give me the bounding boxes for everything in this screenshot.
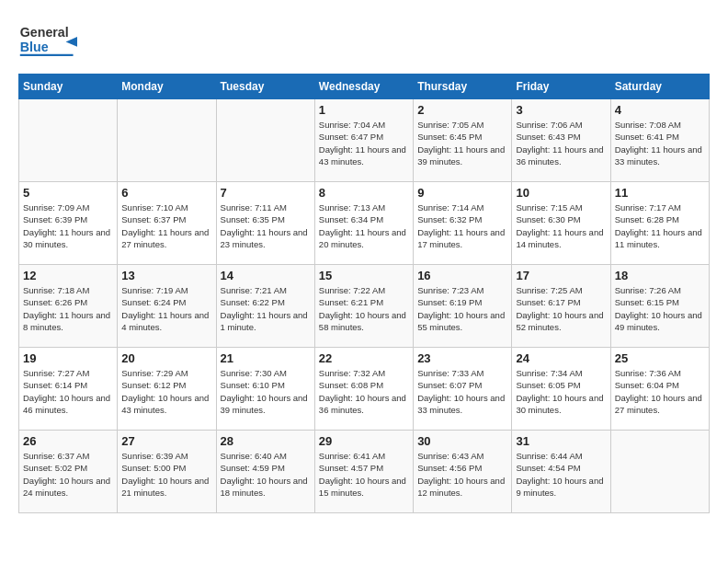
weekday-header-monday: Monday: [118, 75, 216, 99]
day-info: Sunrise: 7:04 AM Sunset: 6:47 PM Dayligh…: [319, 119, 409, 167]
day-info: Sunrise: 7:09 AM Sunset: 6:39 PM Dayligh…: [23, 201, 113, 250]
calendar-cell: 17Sunrise: 7:25 AM Sunset: 6:17 PM Dayli…: [512, 265, 610, 348]
day-info: Sunrise: 7:15 AM Sunset: 6:30 PM Dayligh…: [516, 201, 606, 250]
calendar-cell: 9Sunrise: 7:14 AM Sunset: 6:32 PM Daylig…: [414, 182, 512, 265]
calendar-cell: 11Sunrise: 7:17 AM Sunset: 6:28 PM Dayli…: [610, 182, 709, 265]
day-info: Sunrise: 7:05 AM Sunset: 6:45 PM Dayligh…: [417, 119, 507, 167]
day-info: Sunrise: 7:18 AM Sunset: 6:26 PM Dayligh…: [23, 284, 113, 333]
day-number: 1: [319, 103, 409, 117]
calendar-cell: 29Sunrise: 6:41 AM Sunset: 4:57 PM Dayli…: [314, 431, 413, 513]
calendar-cell: 26Sunrise: 6:37 AM Sunset: 5:02 PM Dayli…: [19, 431, 118, 513]
calendar-week-5: 26Sunrise: 6:37 AM Sunset: 5:02 PM Dayli…: [19, 431, 710, 513]
day-info: Sunrise: 7:29 AM Sunset: 6:12 PM Dayligh…: [121, 367, 211, 416]
calendar-cell: 31Sunrise: 6:44 AM Sunset: 4:54 PM Dayli…: [512, 431, 610, 513]
day-number: 28: [221, 434, 311, 448]
calendar-cell: 16Sunrise: 7:23 AM Sunset: 6:19 PM Dayli…: [414, 265, 512, 348]
day-number: 11: [615, 186, 705, 200]
day-info: Sunrise: 7:23 AM Sunset: 6:19 PM Dayligh…: [417, 284, 507, 333]
day-number: 20: [121, 351, 211, 365]
svg-rect-3: [20, 54, 74, 56]
weekday-header-wednesday: Wednesday: [314, 75, 413, 99]
calendar-cell: 4Sunrise: 7:08 AM Sunset: 6:41 PM Daylig…: [610, 99, 709, 182]
calendar-cell: 8Sunrise: 7:13 AM Sunset: 6:34 PM Daylig…: [314, 182, 413, 265]
calendar-cell: 6Sunrise: 7:10 AM Sunset: 6:37 PM Daylig…: [118, 182, 216, 265]
day-number: 10: [516, 186, 606, 200]
day-number: 2: [417, 103, 507, 117]
day-info: Sunrise: 7:14 AM Sunset: 6:32 PM Dayligh…: [417, 201, 507, 250]
calendar-cell: 3Sunrise: 7:06 AM Sunset: 6:43 PM Daylig…: [512, 99, 610, 182]
day-info: Sunrise: 7:21 AM Sunset: 6:22 PM Dayligh…: [221, 284, 311, 333]
svg-text:Blue: Blue: [20, 40, 49, 54]
weekday-header-sunday: Sunday: [19, 75, 118, 99]
day-number: 9: [417, 186, 507, 200]
day-info: Sunrise: 6:43 AM Sunset: 4:56 PM Dayligh…: [417, 450, 507, 499]
calendar-table: SundayMondayTuesdayWednesdayThursdayFrid…: [18, 74, 710, 513]
weekday-header-thursday: Thursday: [414, 75, 512, 99]
day-number: 25: [615, 351, 705, 365]
day-number: 8: [319, 186, 409, 200]
calendar-cell: 5Sunrise: 7:09 AM Sunset: 6:39 PM Daylig…: [19, 182, 118, 265]
day-info: Sunrise: 7:06 AM Sunset: 6:43 PM Dayligh…: [516, 119, 606, 167]
day-info: Sunrise: 6:37 AM Sunset: 5:02 PM Dayligh…: [23, 450, 113, 499]
day-number: 19: [23, 351, 113, 365]
calendar-cell: [19, 99, 118, 182]
calendar-cell: 18Sunrise: 7:26 AM Sunset: 6:15 PM Dayli…: [610, 265, 709, 348]
day-info: Sunrise: 7:30 AM Sunset: 6:10 PM Dayligh…: [221, 367, 311, 416]
day-info: Sunrise: 7:32 AM Sunset: 6:08 PM Dayligh…: [319, 367, 409, 416]
calendar-cell: 12Sunrise: 7:18 AM Sunset: 6:26 PM Dayli…: [19, 265, 118, 348]
day-info: Sunrise: 7:33 AM Sunset: 6:07 PM Dayligh…: [417, 367, 507, 416]
day-info: Sunrise: 7:13 AM Sunset: 6:34 PM Dayligh…: [319, 201, 409, 250]
day-info: Sunrise: 6:40 AM Sunset: 4:59 PM Dayligh…: [221, 450, 311, 499]
day-info: Sunrise: 7:17 AM Sunset: 6:28 PM Dayligh…: [615, 201, 705, 250]
calendar-cell: 15Sunrise: 7:22 AM Sunset: 6:21 PM Dayli…: [314, 265, 413, 348]
calendar-cell: 25Sunrise: 7:36 AM Sunset: 6:04 PM Dayli…: [610, 348, 709, 431]
calendar-cell: [118, 99, 216, 182]
calendar-cell: 20Sunrise: 7:29 AM Sunset: 6:12 PM Dayli…: [118, 348, 216, 431]
day-number: 16: [417, 269, 507, 282]
calendar-cell: 1Sunrise: 7:04 AM Sunset: 6:47 PM Daylig…: [314, 99, 413, 182]
day-number: 21: [221, 351, 311, 365]
calendar-cell: [216, 99, 314, 182]
weekday-header-tuesday: Tuesday: [216, 75, 314, 99]
day-info: Sunrise: 6:41 AM Sunset: 4:57 PM Dayligh…: [319, 450, 409, 499]
day-info: Sunrise: 7:36 AM Sunset: 6:04 PM Dayligh…: [615, 367, 705, 416]
day-number: 26: [23, 434, 113, 448]
calendar-cell: 30Sunrise: 6:43 AM Sunset: 4:56 PM Dayli…: [414, 431, 512, 513]
day-number: 5: [23, 186, 113, 200]
calendar-cell: 2Sunrise: 7:05 AM Sunset: 6:45 PM Daylig…: [414, 99, 512, 182]
day-info: Sunrise: 7:08 AM Sunset: 6:41 PM Dayligh…: [615, 119, 705, 167]
day-number: 24: [516, 351, 606, 365]
calendar-cell: 21Sunrise: 7:30 AM Sunset: 6:10 PM Dayli…: [216, 348, 314, 431]
svg-text:General: General: [20, 25, 69, 40]
calendar-cell: 22Sunrise: 7:32 AM Sunset: 6:08 PM Dayli…: [314, 348, 413, 431]
day-number: 15: [319, 269, 409, 282]
weekday-header-saturday: Saturday: [610, 75, 709, 99]
day-number: 13: [121, 269, 211, 282]
calendar-cell: 13Sunrise: 7:19 AM Sunset: 6:24 PM Dayli…: [118, 265, 216, 348]
calendar-cell: 27Sunrise: 6:39 AM Sunset: 5:00 PM Dayli…: [118, 431, 216, 513]
day-info: Sunrise: 7:11 AM Sunset: 6:35 PM Dayligh…: [221, 201, 311, 250]
day-number: 3: [516, 103, 606, 117]
day-number: 23: [417, 351, 507, 365]
calendar-cell: 14Sunrise: 7:21 AM Sunset: 6:22 PM Dayli…: [216, 265, 314, 348]
calendar-week-2: 5Sunrise: 7:09 AM Sunset: 6:39 PM Daylig…: [19, 182, 710, 265]
day-number: 17: [516, 269, 606, 282]
day-number: 7: [221, 186, 311, 200]
day-number: 31: [516, 434, 606, 448]
day-number: 22: [319, 351, 409, 365]
weekday-header-friday: Friday: [512, 75, 610, 99]
day-number: 12: [23, 269, 113, 282]
calendar-cell: 19Sunrise: 7:27 AM Sunset: 6:14 PM Dayli…: [19, 348, 118, 431]
day-number: 18: [615, 269, 705, 282]
day-info: Sunrise: 7:22 AM Sunset: 6:21 PM Dayligh…: [319, 284, 409, 333]
weekday-header-row: SundayMondayTuesdayWednesdayThursdayFrid…: [19, 75, 710, 99]
day-number: 30: [417, 434, 507, 448]
day-info: Sunrise: 7:27 AM Sunset: 6:14 PM Dayligh…: [23, 367, 113, 416]
day-number: 29: [319, 434, 409, 448]
day-info: Sunrise: 7:25 AM Sunset: 6:17 PM Dayligh…: [516, 284, 606, 333]
day-number: 27: [121, 434, 211, 448]
calendar-cell: 24Sunrise: 7:34 AM Sunset: 6:05 PM Dayli…: [512, 348, 610, 431]
calendar-cell: 28Sunrise: 6:40 AM Sunset: 4:59 PM Dayli…: [216, 431, 314, 513]
day-info: Sunrise: 7:26 AM Sunset: 6:15 PM Dayligh…: [615, 284, 705, 333]
calendar-cell: 7Sunrise: 7:11 AM Sunset: 6:35 PM Daylig…: [216, 182, 314, 265]
